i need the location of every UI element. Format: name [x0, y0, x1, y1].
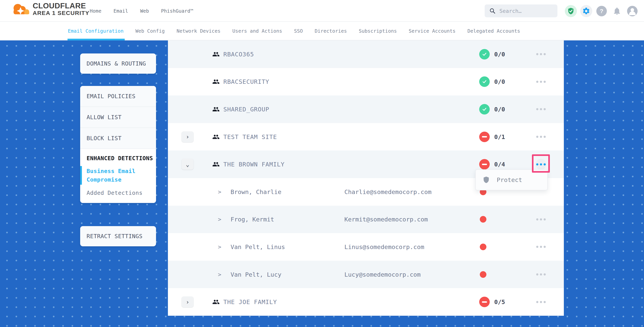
chevron-right-icon: ›	[186, 133, 189, 140]
protection-count: 0/0	[494, 78, 505, 85]
sidebar-enhanced-detections-section: ENHANCED DETECTIONS Business Email Compr…	[80, 149, 156, 203]
status-unprotected-dot	[480, 244, 486, 250]
tab-service-accounts[interactable]: Service Accounts	[409, 22, 456, 40]
table-row-group-rbacsecurity: RBACSECURITY 0/0	[168, 68, 564, 96]
status-blocked-badge	[479, 159, 490, 170]
kebab-menu-button[interactable]	[534, 130, 547, 143]
chevron-right-icon: ›	[186, 299, 189, 306]
protection-count: 0/5	[494, 299, 505, 306]
sidebar-policies-card: EMAIL POLICIES ALLOW LIST BLOCK LIST ENH…	[80, 86, 156, 203]
cloudflare-cloud-icon	[11, 2, 31, 16]
table-row-group-the-joe-family: › THE JOE FAMILY 0/5	[168, 288, 564, 316]
chevron-down-icon: ⌄	[186, 161, 189, 168]
tab-users-and-actions[interactable]: Users and Actions	[232, 22, 282, 40]
group-icon	[212, 50, 220, 58]
cloudflare-logo[interactable]: CLOUDFLARE AREA 1 SECURITY	[11, 2, 89, 16]
sidebar-item-allow-list[interactable]: ALLOW LIST	[80, 107, 156, 128]
kebab-menu-button[interactable]	[534, 268, 547, 281]
tab-web-config[interactable]: Web Config	[136, 22, 165, 40]
sidebar-item-retract-settings[interactable]: RETRACT SETTINGS	[80, 226, 156, 246]
tab-subscriptions[interactable]: Subscriptions	[359, 22, 397, 40]
logo-product: AREA 1 SECURITY	[33, 10, 89, 16]
table-row-user-van-pelt-lucy: > Van Pelt, Lucy Lucy@somedemocorp.com	[168, 261, 564, 288]
chevron-right-icon: >	[218, 216, 221, 223]
top-header: CLOUDFLARE AREA 1 SECURITY Home Email We…	[0, 0, 644, 22]
sidebar-item-enhanced-detections[interactable]: ENHANCED DETECTIONS	[80, 154, 156, 163]
top-nav-web[interactable]: Web	[140, 8, 149, 14]
config-tab-bar: Email Configuration Web Config Network D…	[0, 22, 644, 40]
kebab-menu-button[interactable]	[534, 103, 547, 116]
expand-row-button[interactable]: ›	[182, 297, 194, 307]
notifications-bell-icon[interactable]	[611, 5, 623, 17]
user-name: Van Pelt, Linus	[230, 243, 285, 250]
kebab-menu-button-open[interactable]	[536, 159, 546, 170]
group-icon	[212, 161, 220, 168]
group-name: RBACSECURITY	[223, 78, 269, 85]
status-blocked-badge	[479, 132, 490, 142]
tab-email-configuration[interactable]: Email Configuration	[68, 22, 124, 40]
tab-delegated-accounts[interactable]: Delegated Accounts	[467, 22, 520, 40]
user-email: Linus@somedemocorp.com	[344, 243, 424, 250]
sidebar-item-email-policies[interactable]: EMAIL POLICIES	[80, 86, 156, 107]
sidebar-item-block-list[interactable]: BLOCK LIST	[80, 128, 156, 149]
user-name: Van Pelt, Lucy	[230, 271, 281, 278]
group-name: TEST TEAM SITE	[223, 133, 277, 140]
kebab-menu-button[interactable]	[534, 75, 547, 88]
group-icon	[212, 106, 220, 113]
chevron-right-icon: >	[218, 271, 221, 278]
tab-sso[interactable]: SSO	[294, 22, 303, 40]
table-row-user-van-pelt-linus: > Van Pelt, Linus Linus@somedemocorp.com	[168, 233, 564, 261]
group-name: THE JOE FAMILY	[223, 299, 277, 306]
protection-count: 0/0	[494, 106, 505, 113]
sidebar-item-business-email-compromise[interactable]: Business Email Compromise	[80, 167, 156, 184]
settings-gear-icon[interactable]	[580, 5, 592, 17]
user-name: Brown, Charlie	[230, 188, 281, 195]
group-icon	[212, 133, 220, 141]
user-name: Frog, Kermit	[230, 216, 274, 223]
shield-check-icon[interactable]	[565, 5, 577, 17]
table-row-user-frog-kermit: > Frog, Kermit Kermit@somedemocorp.com	[168, 206, 564, 233]
status-ok-badge	[479, 49, 490, 59]
protection-count: 0/4	[494, 161, 505, 168]
collapse-row-button[interactable]: ⌄	[182, 159, 194, 170]
search-input[interactable]	[499, 8, 554, 14]
menu-item-protect[interactable]: Protect	[497, 176, 522, 183]
top-nav-email[interactable]: Email	[114, 8, 128, 14]
search-icon	[489, 8, 496, 14]
table-row-group-test-team-site: › TEST TEAM SITE 0/1	[168, 123, 564, 151]
table-row-group-shared-group: SHARED_GROUP 0/0	[168, 95, 564, 123]
kebab-menu-button[interactable]	[534, 296, 547, 308]
kebab-menu-button[interactable]	[534, 213, 547, 226]
group-name: SHARED_GROUP	[223, 106, 269, 113]
top-nav-phishguard[interactable]: PhishGuard™	[161, 8, 194, 14]
group-icon	[212, 78, 220, 85]
status-unprotected-dot	[480, 271, 486, 278]
tab-network-devices[interactable]: Network Devices	[177, 22, 221, 40]
group-name: RBACO365	[223, 51, 254, 58]
sidebar-item-domains-routing[interactable]: DOMAINS & ROUTING	[80, 53, 156, 74]
kebab-menu-button[interactable]	[534, 48, 547, 61]
status-ok-badge	[479, 76, 490, 87]
chevron-right-icon: >	[218, 189, 221, 195]
expand-row-button[interactable]: ›	[182, 131, 194, 142]
kebab-menu-button[interactable]	[534, 241, 547, 253]
tab-directories[interactable]: Directories	[314, 22, 347, 40]
area1-security-app: CLOUDFLARE AREA 1 SECURITY Home Email We…	[0, 0, 644, 327]
help-icon[interactable]: ?	[596, 5, 608, 17]
status-ok-badge	[479, 104, 490, 114]
sidebar-item-added-detections[interactable]: Added Detections	[80, 189, 156, 197]
chevron-right-icon: >	[218, 244, 221, 250]
search-bar[interactable]	[485, 4, 558, 17]
status-unprotected-dot	[480, 216, 486, 223]
group-icon	[212, 298, 220, 306]
user-email: Charlie@somedemocorp.com	[344, 188, 432, 195]
protection-count: 0/1	[494, 133, 505, 140]
top-nav-home[interactable]: Home	[90, 8, 101, 14]
top-nav: Home Email Web PhishGuard™	[90, 0, 193, 22]
logo-wordmark: CLOUDFLARE	[33, 2, 89, 10]
user-email: Kermit@somedemocorp.com	[344, 216, 428, 223]
table-row-group-rbaco365: RBACO365 0/0	[168, 40, 564, 68]
group-name: THE BROWN FAMILY	[223, 161, 285, 168]
account-avatar-icon[interactable]	[626, 5, 638, 17]
bec-groups-table: RBACO365 0/0 RBACSECURITY 0/0 SHARED_GRO…	[168, 40, 564, 316]
